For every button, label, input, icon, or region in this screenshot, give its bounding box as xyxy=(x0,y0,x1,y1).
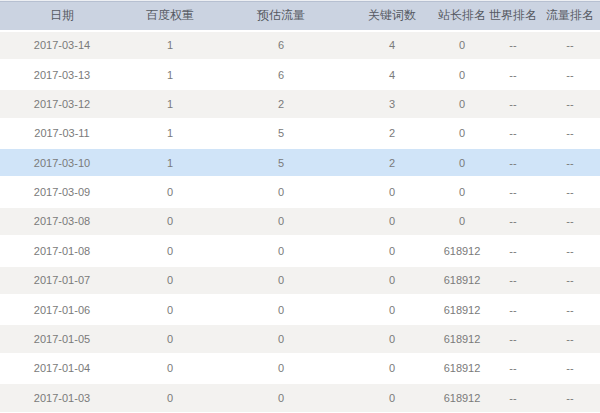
table-cell-est-traffic: 0 xyxy=(216,266,346,295)
table-cell-est-traffic: 0 xyxy=(216,236,346,265)
table-cell-est-traffic: 5 xyxy=(216,148,346,177)
table-row[interactable]: 2017-03-141640---- xyxy=(0,31,600,60)
table-cell-baidu-weight: 0 xyxy=(124,383,216,412)
table-cell-keyword-count: 4 xyxy=(346,60,438,89)
table-cell-zhanzhang-rank: 0 xyxy=(438,89,486,118)
table-cell-date: 2017-03-09 xyxy=(0,177,124,206)
table-cell-date: 2017-01-07 xyxy=(0,266,124,295)
table-row[interactable]: 2017-01-05000618912---- xyxy=(0,324,600,353)
table-cell-zhanzhang-rank: 618912 xyxy=(438,324,486,353)
column-header-traffic-rank: 流量排名 xyxy=(540,1,600,31)
table-cell-traffic-rank: -- xyxy=(540,60,600,89)
table-cell-zhanzhang-rank: 0 xyxy=(438,119,486,148)
table-cell-zhanzhang-rank: 618912 xyxy=(438,354,486,383)
table-cell-keyword-count: 3 xyxy=(346,89,438,118)
table-cell-traffic-rank: -- xyxy=(540,207,600,236)
table-cell-world-rank: -- xyxy=(486,383,540,412)
table-cell-zhanzhang-rank: 0 xyxy=(438,60,486,89)
table-cell-est-traffic: 0 xyxy=(216,207,346,236)
table-cell-baidu-weight: 0 xyxy=(124,324,216,353)
table-cell-zhanzhang-rank: 618912 xyxy=(438,236,486,265)
table-cell-zhanzhang-rank: 0 xyxy=(438,148,486,177)
table-cell-date: 2017-01-06 xyxy=(0,295,124,324)
column-header-date: 日期 xyxy=(0,1,124,31)
table-row[interactable]: 2017-03-101520---- xyxy=(0,148,600,177)
table-cell-keyword-count: 2 xyxy=(346,148,438,177)
table-cell-est-traffic: 0 xyxy=(216,383,346,412)
rank-history-panel: 日期百度权重预估流量关键词数站长排名世界排名流量排名 2017-03-14164… xyxy=(0,0,600,413)
table-cell-baidu-weight: 1 xyxy=(124,119,216,148)
table-cell-traffic-rank: -- xyxy=(540,354,600,383)
table-cell-zhanzhang-rank: 618912 xyxy=(438,383,486,412)
table-cell-world-rank: -- xyxy=(486,148,540,177)
column-header-est-traffic: 预估流量 xyxy=(216,1,346,31)
table-row[interactable]: 2017-03-080000---- xyxy=(0,207,600,236)
table-cell-traffic-rank: -- xyxy=(540,236,600,265)
table-cell-traffic-rank: -- xyxy=(540,324,600,353)
table-row[interactable]: 2017-01-04000618912---- xyxy=(0,354,600,383)
table-cell-traffic-rank: -- xyxy=(540,119,600,148)
table-cell-est-traffic: 0 xyxy=(216,354,346,383)
table-cell-baidu-weight: 0 xyxy=(124,266,216,295)
table-row[interactable]: 2017-01-06000618912---- xyxy=(0,295,600,324)
table-cell-keyword-count: 0 xyxy=(346,177,438,206)
table-cell-est-traffic: 6 xyxy=(216,31,346,60)
table-cell-date: 2017-01-05 xyxy=(0,324,124,353)
table-cell-date: 2017-03-08 xyxy=(0,207,124,236)
table-cell-world-rank: -- xyxy=(486,89,540,118)
table-cell-keyword-count: 4 xyxy=(346,31,438,60)
table-cell-world-rank: -- xyxy=(486,236,540,265)
table-cell-world-rank: -- xyxy=(486,207,540,236)
table-row[interactable]: 2017-03-121230---- xyxy=(0,89,600,118)
table-cell-date: 2017-01-04 xyxy=(0,354,124,383)
column-header-world-rank: 世界排名 xyxy=(486,1,540,31)
table-cell-traffic-rank: -- xyxy=(540,295,600,324)
table-cell-keyword-count: 0 xyxy=(346,266,438,295)
table-cell-traffic-rank: -- xyxy=(540,148,600,177)
table-cell-world-rank: -- xyxy=(486,266,540,295)
table-cell-traffic-rank: -- xyxy=(540,266,600,295)
table-row[interactable]: 2017-03-090000---- xyxy=(0,177,600,206)
table-cell-keyword-count: 0 xyxy=(346,207,438,236)
table-cell-date: 2017-03-10 xyxy=(0,148,124,177)
table-cell-est-traffic: 6 xyxy=(216,60,346,89)
table-header: 日期百度权重预估流量关键词数站长排名世界排名流量排名 xyxy=(0,1,600,31)
table-cell-est-traffic: 5 xyxy=(216,119,346,148)
table-cell-world-rank: -- xyxy=(486,177,540,206)
column-header-baidu-weight: 百度权重 xyxy=(124,1,216,31)
table-cell-keyword-count: 0 xyxy=(346,295,438,324)
table-cell-keyword-count: 0 xyxy=(346,324,438,353)
header-row: 日期百度权重预估流量关键词数站长排名世界排名流量排名 xyxy=(0,1,600,31)
column-header-zhanzhang-rank: 站长排名 xyxy=(438,1,486,31)
table-cell-date: 2017-03-12 xyxy=(0,89,124,118)
table-cell-baidu-weight: 0 xyxy=(124,207,216,236)
table-cell-keyword-count: 0 xyxy=(346,383,438,412)
table-cell-baidu-weight: 1 xyxy=(124,148,216,177)
table-cell-zhanzhang-rank: 618912 xyxy=(438,295,486,324)
table-cell-baidu-weight: 1 xyxy=(124,31,216,60)
table-cell-est-traffic: 0 xyxy=(216,295,346,324)
table-cell-baidu-weight: 0 xyxy=(124,236,216,265)
table-cell-baidu-weight: 0 xyxy=(124,354,216,383)
table-row[interactable]: 2017-01-07000618912---- xyxy=(0,266,600,295)
table-cell-baidu-weight: 1 xyxy=(124,60,216,89)
table-cell-date: 2017-03-11 xyxy=(0,119,124,148)
table-cell-keyword-count: 0 xyxy=(346,354,438,383)
table-cell-zhanzhang-rank: 618912 xyxy=(438,266,486,295)
table-row[interactable]: 2017-03-131640---- xyxy=(0,60,600,89)
table-cell-traffic-rank: -- xyxy=(540,177,600,206)
table-cell-traffic-rank: -- xyxy=(540,89,600,118)
table-row[interactable]: 2017-03-111520---- xyxy=(0,119,600,148)
table-cell-world-rank: -- xyxy=(486,295,540,324)
table-cell-date: 2017-03-13 xyxy=(0,60,124,89)
table-cell-traffic-rank: -- xyxy=(540,383,600,412)
table-cell-date: 2017-01-03 xyxy=(0,383,124,412)
table-row[interactable]: 2017-01-03000618912---- xyxy=(0,383,600,412)
table-row[interactable]: 2017-01-08000618912---- xyxy=(0,236,600,265)
rank-history-table: 日期百度权重预估流量关键词数站长排名世界排名流量排名 2017-03-14164… xyxy=(0,0,600,412)
table-cell-world-rank: -- xyxy=(486,60,540,89)
table-cell-traffic-rank: -- xyxy=(540,31,600,60)
table-cell-date: 2017-03-14 xyxy=(0,31,124,60)
table-cell-baidu-weight: 0 xyxy=(124,177,216,206)
table-cell-keyword-count: 2 xyxy=(346,119,438,148)
